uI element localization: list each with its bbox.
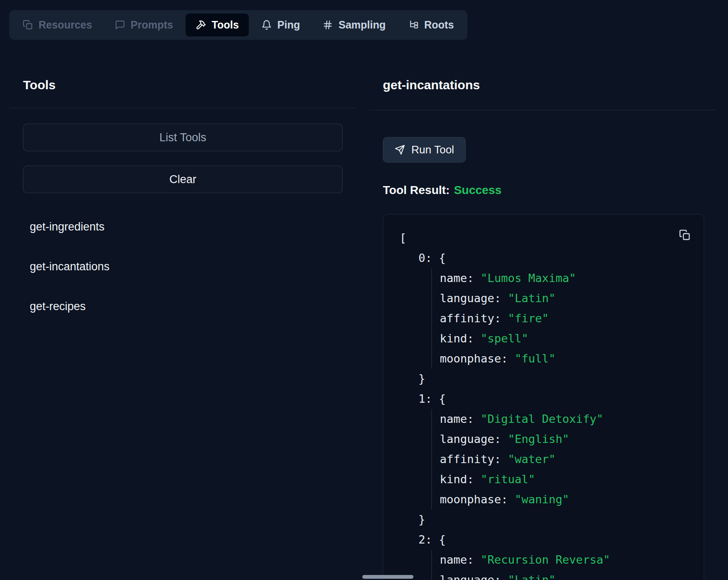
json-key: language <box>440 573 494 580</box>
json-punct: : <box>467 473 481 486</box>
json-index: 2 <box>418 533 425 546</box>
json-open-bracket: [ <box>400 231 406 244</box>
run-tool-button[interactable]: Run Tool <box>383 137 466 163</box>
tab-tools[interactable]: Tools <box>186 13 249 36</box>
json-pair-line: name: "Recursion Reversa" <box>440 550 691 570</box>
json-string-value: "English" <box>508 432 569 445</box>
json-string-value: "ritual" <box>481 473 535 486</box>
json-entry: 0: {name: "Lumos Maxima"language: "Latin… <box>400 248 691 389</box>
json-punct: } <box>418 513 425 526</box>
copy-icon <box>679 229 691 241</box>
tab-prompts[interactable]: Prompts <box>105 13 183 36</box>
tool-list-item-get-incantations[interactable]: get-incantations <box>30 260 110 273</box>
json-entry-open-line: 1: { <box>418 389 691 409</box>
json-pair-line: name: "Lumos Maxima" <box>440 268 691 288</box>
json-punct: : { <box>425 251 446 264</box>
tab-label: Prompts <box>131 20 173 30</box>
json-entry-close-line: } <box>418 369 691 389</box>
json-key: language <box>440 292 494 305</box>
json-punct: : <box>467 412 481 425</box>
tab-roots[interactable]: Roots <box>398 13 464 36</box>
json-pair-line: language: "Latin" <box>440 570 691 580</box>
copy-button[interactable] <box>678 228 692 242</box>
json-punct: : <box>501 493 515 506</box>
capability-tabbar: Resources Prompts Tools Ping Sampling Ro… <box>9 10 467 40</box>
json-punct: : <box>501 352 515 365</box>
json-tree: [0: {name: "Lumos Maxima"language: "Lati… <box>400 228 691 580</box>
run-tool-label: Run Tool <box>411 143 454 156</box>
json-pair-line: kind: "spell" <box>440 329 691 349</box>
json-punct: : <box>494 312 508 325</box>
files-icon <box>23 20 33 30</box>
json-string-value: "Lumos Maxima" <box>481 272 576 285</box>
tab-sampling[interactable]: Sampling <box>312 13 396 36</box>
json-pair-line: language: "Latin" <box>440 288 691 308</box>
tool-list-item-get-ingredients[interactable]: get-ingredients <box>30 220 105 233</box>
hash-icon <box>323 20 333 30</box>
tool-result-line: Tool Result:Success <box>383 183 716 197</box>
json-key: name <box>440 412 467 425</box>
clear-button[interactable]: Clear <box>23 166 343 193</box>
json-punct: : <box>494 292 508 305</box>
tool-detail-title: get-incantations <box>383 78 716 93</box>
tools-panel: Tools List Tools Clear get-ingredients g… <box>9 67 356 313</box>
json-entry: 2: {name: "Recursion Reversa"language: "… <box>400 530 691 580</box>
json-entry-open-line: 0: { <box>418 248 691 268</box>
json-key: moonphase <box>440 352 501 365</box>
json-punct: : <box>494 432 508 445</box>
json-entry-children: name: "Lumos Maxima"language: "Latin"aff… <box>431 268 691 369</box>
tab-resources[interactable]: Resources <box>13 13 102 36</box>
tool-result-label: Tool Result: <box>383 184 450 197</box>
tool-detail-panel: get-incantations Run Tool Tool Result:Su… <box>369 67 716 580</box>
json-entry: 1: {name: "Digital Detoxify"language: "E… <box>400 389 691 530</box>
json-key: affinity <box>440 312 494 325</box>
json-string-value: "Latin" <box>508 573 556 580</box>
json-string-value: "Latin" <box>508 292 556 305</box>
json-punct: : { <box>425 392 446 405</box>
tab-ping[interactable]: Ping <box>251 13 310 36</box>
json-index: 0 <box>418 251 425 264</box>
json-pair-line: affinity: "water" <box>440 449 691 469</box>
json-punct: : <box>494 573 508 580</box>
json-entry-children: name: "Digital Detoxify"language: "Engli… <box>431 409 691 510</box>
tab-label: Ping <box>277 20 300 30</box>
json-key: name <box>440 272 467 285</box>
json-pair-line: name: "Digital Detoxify" <box>440 409 691 429</box>
json-entry-open-line: 2: { <box>418 530 691 550</box>
json-string-value: "full" <box>515 352 556 365</box>
json-key: name <box>440 553 467 566</box>
tools-panel-title: Tools <box>23 78 356 93</box>
tool-result-status: Success <box>454 184 502 197</box>
json-punct: : <box>494 453 508 466</box>
bell-icon <box>261 20 272 30</box>
horizontal-scrollbar-thumb[interactable] <box>362 575 413 579</box>
json-punct: : <box>467 332 481 345</box>
json-pair-line: kind: "ritual" <box>440 469 691 489</box>
tool-detail-divider <box>369 110 716 110</box>
json-pair-line: affinity: "fire" <box>440 308 691 329</box>
json-string-value: "waning" <box>515 493 569 506</box>
json-key: kind <box>440 473 467 486</box>
message-square-icon <box>115 20 125 30</box>
json-result-box: [0: {name: "Lumos Maxima"language: "Lati… <box>383 214 704 580</box>
tool-list: get-ingredients get-incantations get-rec… <box>30 220 356 313</box>
list-tools-button[interactable]: List Tools <box>23 124 343 151</box>
hammer-icon <box>196 20 206 30</box>
json-key: moonphase <box>440 493 501 506</box>
json-pair-line: moonphase: "waning" <box>440 489 691 510</box>
json-entry-children: name: "Recursion Reversa"language: "Lati… <box>431 550 691 580</box>
json-key: affinity <box>440 453 494 466</box>
json-punct: } <box>418 372 425 385</box>
tab-label: Roots <box>424 20 454 30</box>
json-key: language <box>440 432 494 445</box>
json-string-value: "Digital Detoxify" <box>481 412 604 425</box>
json-pair-line: language: "English" <box>440 429 691 449</box>
send-icon <box>395 145 405 155</box>
json-punct: : <box>467 272 481 285</box>
tool-list-item-get-recipes[interactable]: get-recipes <box>30 300 86 313</box>
folder-tree-icon <box>408 20 419 30</box>
tab-label: Resources <box>39 20 92 30</box>
json-pair-line: moonphase: "full" <box>440 349 691 369</box>
json-string-value: "Recursion Reversa" <box>481 553 610 566</box>
json-string-value: "fire" <box>508 312 549 325</box>
